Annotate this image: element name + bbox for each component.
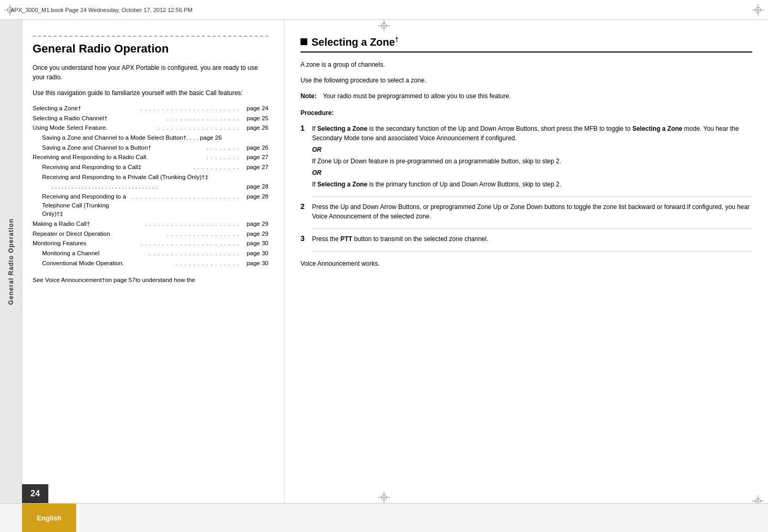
toc-row: Receiving and Responding to a Telephone … — [33, 192, 268, 218]
procedure-label: Procedure: — [300, 108, 752, 118]
toc-page: page 26 — [240, 143, 268, 152]
toc-dots: . . . . . . . . . . . . . . . . . . . . … — [140, 239, 240, 248]
note-row: Note: Your radio must be preprogrammed t… — [300, 91, 752, 101]
toc-page: page 28 — [240, 192, 268, 218]
toc-row: Selecting a Radio Channel† . . . . . . .… — [33, 114, 268, 123]
toc-row: Selecting a Zone† . . . . . . . . . . . … — [33, 104, 268, 113]
step-text: OR — [312, 168, 752, 178]
toc-dots: . . . . . . . . . . . . . . . . . . . . … — [131, 192, 240, 218]
toc-page: page 29 — [240, 220, 268, 228]
toc-dots: . . . . . . . . . . . . . . . . . . . . … — [145, 220, 240, 228]
toc-label: Using Mode Select Feature. — [33, 123, 158, 132]
left-intro-2: Use this navigation guide to familiarize… — [33, 88, 268, 98]
bottom-bar: English — [0, 503, 768, 532]
toc-row: Receiving and Responding to a Call‡ . . … — [33, 163, 268, 172]
toc-label: Selecting a Radio Channel† — [33, 114, 167, 123]
step-number: 3 — [300, 234, 312, 257]
proc-step: 1If Selecting a Zone is the secondary fu… — [300, 124, 752, 202]
step-text: OR — [312, 145, 752, 154]
toc-label: Making a Radio Call† — [33, 220, 145, 228]
toc-dots: . . . . . . . . — [206, 143, 240, 152]
crosshair-top-left — [4, 4, 16, 16]
toc-row: . . . . . . . . . . . . . . . . . . . . … — [33, 182, 268, 191]
toc-label: . . . . . . . . . . . . . . . . . . . . … — [51, 182, 240, 191]
step-text: If Selecting a Zone is the secondary fun… — [312, 124, 752, 143]
step-text: If Zone Up or Down feature is pre-progra… — [312, 157, 752, 166]
toc-row: Monitoring a Channel . . . . . . . . . .… — [33, 249, 268, 258]
toc-label: Receiving and Responding to a Radio Call… — [33, 153, 206, 162]
top-bar: APX_3000_M1.book Page 24 Wednesday, Octo… — [0, 0, 768, 20]
toc-label: Monitoring Features — [33, 239, 140, 248]
toc-page: page 26 — [240, 123, 268, 132]
step-number: 1 — [300, 124, 312, 202]
toc-page: page 25 — [240, 114, 268, 123]
proc-step: 3Press the PTT button to transmit on the… — [300, 234, 752, 257]
left-column: General Radio Operation Once you underst… — [22, 20, 285, 503]
toc-dots: . . . . . . . . — [206, 153, 240, 162]
toc-page: page 30 — [240, 239, 268, 248]
page-area: General Radio Operation 24 General Radio… — [0, 20, 768, 503]
toc-page: page 30 — [240, 259, 268, 268]
right-intro-2: Use the following procedure to select a … — [300, 76, 752, 85]
toc-page: page 27 — [240, 153, 268, 162]
toc-row: Using Mode Select Feature. . . . . . . .… — [33, 123, 268, 132]
step-number: 2 — [300, 202, 312, 234]
crosshair-top-right — [752, 4, 764, 16]
note-text: Your radio must be preprogrammed to allo… — [323, 91, 511, 101]
right-intro-1: A zone is a group of channels. — [300, 60, 752, 69]
voice-announcement: Voice Announcement works. — [300, 259, 752, 268]
sidebar-label-text: General Radio Operation — [7, 218, 15, 305]
step-content: If Selecting a Zone is the secondary fun… — [312, 124, 752, 197]
toc-dots: . . . . . . . . . . . . . . . — [175, 259, 240, 268]
toc-label: Saving a Zone and Channel to a Mode Sele… — [42, 133, 268, 142]
dagger: † — [395, 36, 399, 43]
toc-dots: . . . . . . . . . . . . . . . . . — [167, 114, 240, 123]
left-section-title: General Radio Operation — [33, 42, 268, 56]
step-text: Press the PTT button to transmit on the … — [312, 234, 752, 244]
toc-label: Receiving and Responding to a Private Ca… — [42, 173, 268, 182]
toc-label: Receiving and Responding to a Telephone … — [42, 192, 131, 218]
toc-dots: . . . . . . . . . . . — [193, 163, 240, 172]
toc-dots: . . . . . . . . . . . . . . . . . — [167, 230, 240, 238]
toc-label: Selecting a Zone† — [33, 104, 140, 113]
procedure-steps: 1If Selecting a Zone is the secondary fu… — [300, 124, 752, 257]
toc-dots: . . . . . . . . . . . . . . . . . . . — [158, 123, 240, 132]
left-intro-1: Once you understand how your APX Portabl… — [33, 63, 268, 82]
step-content: Press the Up and Down Arrow Buttons, or … — [312, 202, 752, 229]
right-section-title: Selecting a Zone† — [312, 36, 399, 48]
toc-page: page 30 — [240, 249, 268, 258]
toc-table: Selecting a Zone† . . . . . . . . . . . … — [33, 104, 268, 267]
toc-page: page 28 — [240, 182, 268, 191]
toc-label: Monitoring a Channel — [42, 249, 149, 258]
right-section-title-text: Selecting a Zone — [312, 36, 395, 48]
toc-row: Conventional Mode Operation. . . . . . .… — [33, 259, 268, 268]
proc-step: 2Press the Up and Down Arrow Buttons, or… — [300, 202, 752, 234]
section-bullet — [300, 38, 307, 45]
toc-page: page 27 — [240, 163, 268, 172]
toc-label: Saving a Zone and Channel to a Button† — [42, 143, 206, 152]
toc-row: Saving a Zone and Channel to a Mode Sele… — [33, 133, 268, 142]
toc-label: Conventional Mode Operation. — [42, 259, 175, 268]
english-badge: English — [22, 504, 76, 532]
step-text: If Selecting a Zone is the primary funct… — [312, 180, 752, 189]
right-section-heading: Selecting a Zone† — [300, 36, 752, 53]
toc-row: Receiving and Responding to a Private Ca… — [33, 173, 268, 182]
toc-page: page 29 — [240, 230, 268, 238]
step-text: Press the Up and Down Arrow Buttons, or … — [312, 202, 752, 221]
toc-row: Repeater or Direct Operation . . . . . .… — [33, 230, 268, 238]
toc-label: Receiving and Responding to a Call‡ — [42, 163, 193, 172]
toc-dots: . . . . . . . . . . . . . . . . . . . . … — [140, 104, 240, 113]
toc-row: Making a Radio Call† . . . . . . . . . .… — [33, 220, 268, 228]
toc-dots: . . . . . . . . . . . . . . . . . . . . … — [149, 249, 240, 258]
toc-row: Saving a Zone and Channel to a Button† .… — [33, 143, 268, 152]
toc-page: page 24 — [240, 104, 268, 113]
bottom-note: See Voice Announcement†on page 57to unde… — [33, 276, 268, 285]
toc-row: Monitoring Features . . . . . . . . . . … — [33, 239, 268, 248]
toc-row: Receiving and Responding to a Radio Call… — [33, 153, 268, 162]
toc-label: Repeater or Direct Operation — [33, 230, 167, 238]
sidebar-label-container: General Radio Operation 24 — [0, 20, 22, 503]
top-bar-text: APX_3000_M1.book Page 24 Wednesday, Octo… — [11, 7, 192, 13]
step-content: Press the PTT button to transmit on the … — [312, 234, 752, 252]
dotted-divider — [33, 36, 268, 37]
note-label: Note: — [300, 91, 317, 101]
